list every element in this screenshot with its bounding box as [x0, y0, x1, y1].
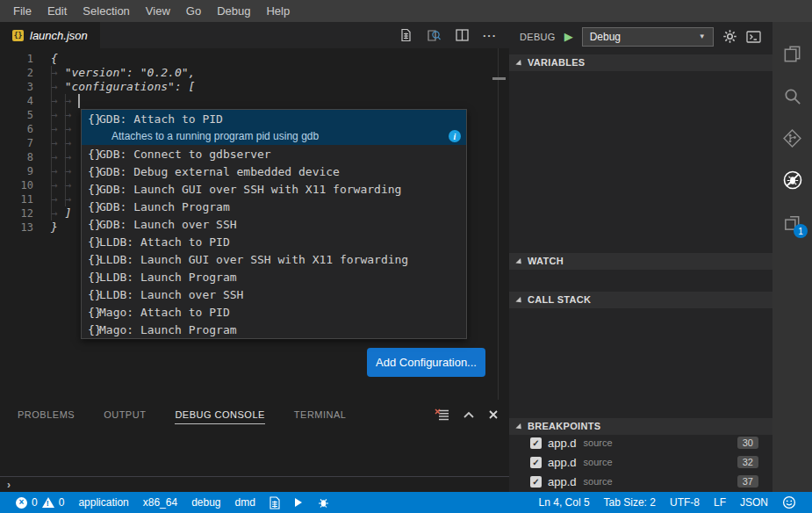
menu-item[interactable]: Go [178, 0, 209, 22]
section-title: VARIABLES [528, 57, 585, 68]
add-configuration-button[interactable]: Add Configuration... [367, 348, 485, 377]
section-call-stack[interactable]: CALL STACK [509, 292, 772, 308]
start-debug-icon[interactable]: ▶ [564, 31, 573, 42]
debug-configuration-select[interactable]: Debug ▼ [582, 27, 714, 47]
snippet-icon: {} [82, 253, 99, 266]
info-icon[interactable]: i [449, 130, 461, 142]
whitespace-tabs: → [51, 206, 65, 220]
open-preview-icon[interactable] [399, 28, 413, 42]
line-number: 8 [0, 150, 33, 164]
snippet-icon: {} [82, 148, 99, 161]
maximize-panel-icon[interactable] [463, 409, 475, 423]
breakpoint-checkbox[interactable]: ✓ [530, 437, 542, 449]
code-line[interactable]: 3 → "configurations": [ [0, 80, 509, 94]
suggest-label: LLDB: Attach to PID [99, 235, 230, 249]
more-actions-icon[interactable]: ··· [483, 29, 497, 42]
encoding[interactable]: UTF-8 [663, 492, 707, 513]
explorer-icon[interactable] [772, 33, 812, 75]
tab-launch-json[interactable]: {} launch.json [0, 22, 100, 48]
indentation[interactable]: Tab Size: 2 [597, 492, 663, 513]
breakpoint-kind: source [584, 437, 613, 448]
snippet-icon: {} [82, 112, 99, 126]
tab-problems[interactable]: PROBLEMS [18, 406, 75, 423]
breakpoint-row[interactable]: ✓ app.d source 30 [509, 433, 772, 452]
bug-icon[interactable] [310, 492, 337, 513]
suggest-item[interactable]: {} GDB: Launch over SSH [82, 215, 466, 233]
suggest-item-selected[interactable]: {} GDB: Attach to PID Attaches to a runn… [82, 110, 466, 145]
eol-sequence[interactable]: LF [707, 492, 733, 513]
suggest-item[interactable]: {} LLDB: Launch GUI over SSH with X11 fo… [82, 250, 466, 268]
editor-region: {} launch.json [0, 22, 509, 492]
source-control-icon[interactable] [772, 117, 812, 159]
tab-output[interactable]: OUTPUT [104, 406, 146, 423]
debug-icon[interactable] [772, 159, 812, 201]
status-item[interactable]: debug [184, 492, 227, 513]
twisty-icon [515, 60, 523, 68]
code-line[interactable]: 4 → → [0, 94, 509, 108]
debug-toolbar: DEBUG ▶ Debug ▼ [509, 22, 772, 51]
suggest-label: GDB: Launch Program [99, 200, 230, 213]
menu-item[interactable]: Edit [40, 0, 75, 22]
language-mode[interactable]: JSON [733, 492, 775, 513]
suggest-label: GDB: Attach to PID [99, 112, 223, 126]
menu-item[interactable]: Debug [209, 0, 258, 22]
run-icon[interactable] [287, 492, 310, 513]
tab-debug-console[interactable]: DEBUG CONSOLE [175, 406, 264, 424]
extensions-icon[interactable]: 1 [772, 201, 812, 243]
suggest-label: LLDB: Launch GUI over SSH with X11 forwa… [99, 253, 408, 266]
debug-sidebar: DEBUG ▶ Debug ▼ VARIABLES [509, 22, 772, 492]
breakpoint-row[interactable]: ✓ app.d source 32 [509, 452, 772, 472]
suggest-item[interactable]: {} LLDB: Launch Program [82, 268, 466, 285]
close-panel-icon[interactable] [488, 409, 499, 423]
status-item[interactable]: dmd [228, 492, 262, 513]
suggest-label: GDB: Launch over SSH [99, 218, 237, 231]
cursor-position[interactable]: Ln 4, Col 5 [532, 492, 597, 513]
chevron-down-icon: ▼ [699, 33, 706, 40]
overview-ruler-cursor [492, 77, 506, 80]
gear-icon[interactable] [722, 29, 737, 44]
suggest-item[interactable]: {} GDB: Launch Program [82, 198, 466, 215]
code-line[interactable]: 2 → "version": "0.2.0", [0, 66, 509, 80]
search-icon[interactable] [772, 75, 812, 117]
debug-console-input[interactable]: › [0, 476, 509, 492]
breakpoint-checkbox[interactable]: ✓ [530, 476, 542, 488]
breakpoint-checkbox[interactable]: ✓ [530, 457, 542, 468]
text-cursor [78, 94, 80, 108]
menu-item[interactable]: Help [258, 0, 298, 22]
suggest-label: LLDB: Launch Program [99, 271, 237, 284]
error-icon: × [16, 497, 27, 509]
suggest-item[interactable]: {} LLDB: Launch over SSH [82, 285, 466, 303]
suggest-item[interactable]: {} Mago: Launch Program [82, 321, 466, 338]
suggest-item[interactable]: {} Mago: Attach to PID [82, 303, 466, 321]
code-line[interactable]: 1 { [0, 52, 509, 66]
twisty-icon [515, 297, 523, 305]
suggest-item[interactable]: {} GDB: Launch GUI over SSH with X11 for… [82, 180, 466, 198]
split-editor-icon[interactable] [456, 29, 469, 41]
menu-item[interactable]: File [5, 0, 40, 22]
tab-terminal[interactable]: TERMINAL [294, 406, 347, 423]
debug-toolbar-label: DEBUG [520, 32, 556, 42]
problems-status[interactable]: × 0 ! 0 [9, 492, 71, 513]
suggest-label: GDB: Connect to gdbserver [99, 148, 271, 161]
line-number: 9 [0, 164, 33, 178]
build-document-icon[interactable] [262, 492, 287, 513]
clear-console-icon[interactable] [435, 408, 449, 424]
panel-actions [435, 408, 499, 424]
code-editor[interactable]: 1 { 2 → "version": "0.2.0", 3 → "configu… [0, 48, 509, 400]
menu-item[interactable]: View [138, 0, 178, 22]
status-item[interactable]: application [71, 492, 135, 513]
suggest-item[interactable]: {} GDB: Debug external embedded device [82, 163, 466, 180]
breakpoint-kind: source [584, 457, 613, 467]
debug-console-icon[interactable] [746, 31, 761, 43]
snippet-icon: {} [82, 271, 99, 284]
menu-bar: File Edit Selection View Go Debug Help [0, 0, 812, 22]
section-variables[interactable]: VARIABLES [509, 54, 772, 71]
suggest-item[interactable]: {} GDB: Connect to gdbserver [82, 145, 466, 163]
breakpoint-row[interactable]: ✓ app.d source 37 [509, 472, 772, 491]
status-item[interactable]: x86_64 [136, 492, 184, 513]
search-in-file-icon[interactable] [427, 28, 442, 42]
menu-item[interactable]: Selection [75, 0, 137, 22]
feedback-smiley-icon[interactable] [775, 492, 803, 513]
section-watch[interactable]: WATCH [509, 253, 772, 270]
suggest-item[interactable]: {} LLDB: Attach to PID [82, 233, 466, 250]
